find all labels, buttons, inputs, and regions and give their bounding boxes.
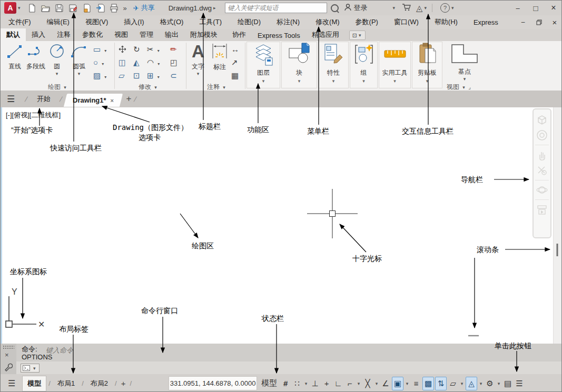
command-customize-wrench-icon[interactable] xyxy=(4,363,13,371)
menu-dimension[interactable]: 标注(N) xyxy=(269,17,308,27)
menu-modify[interactable]: 修改(M) xyxy=(308,17,348,27)
erase-icon[interactable]: ✏ xyxy=(170,45,177,53)
maximize-button[interactable]: □ xyxy=(527,1,545,15)
ribbon-tab-annotate[interactable]: 注释 xyxy=(51,28,76,41)
polyline-button[interactable]: 多段线 xyxy=(25,44,47,71)
menu-file[interactable]: 文件(F) xyxy=(1,17,39,27)
basepoint-button[interactable]: 基点 ▾ xyxy=(448,43,481,82)
print-icon[interactable] xyxy=(110,4,119,13)
doc-restore-icon[interactable] xyxy=(531,16,547,29)
cart-icon[interactable] xyxy=(402,3,411,13)
circle-caret-icon[interactable]: ▾ xyxy=(49,71,65,76)
menu-view[interactable]: 视图(V) xyxy=(77,17,116,27)
selection-caret-icon[interactable]: ▾ xyxy=(405,377,410,390)
circle-button[interactable]: 圆 ▾ xyxy=(47,44,66,76)
app-menu-caret-icon[interactable]: ▾ xyxy=(18,5,21,11)
doc-close-button[interactable]: × xyxy=(547,16,562,29)
search-icon[interactable] xyxy=(331,4,339,12)
layers-caret-icon[interactable]: ▾ xyxy=(247,78,280,84)
move-icon[interactable] xyxy=(119,45,126,54)
login-caret-icon[interactable]: ▾ xyxy=(393,5,396,11)
hatch-tool-icon[interactable]: ▨ ▾ xyxy=(93,72,108,79)
angle-toggle-icon[interactable]: ∠ xyxy=(380,377,391,390)
scrollbar-track[interactable] xyxy=(553,107,562,344)
doc-minimize-button[interactable]: – xyxy=(515,16,531,29)
new-file-icon[interactable] xyxy=(27,4,36,13)
model-tab[interactable]: 模型 xyxy=(22,376,46,391)
isodraft-toggle-icon[interactable]: ∟ xyxy=(333,377,343,390)
selection-cycling-icon[interactable]: ▣ xyxy=(392,377,403,390)
utilities-panel[interactable]: 实用工具 ▾ xyxy=(379,42,411,88)
drawing1-tab-close-icon[interactable]: × xyxy=(110,97,113,103)
annotation-scale-icon[interactable]: ⇅ xyxy=(435,377,447,390)
mirror-icon[interactable]: ◭ xyxy=(133,58,140,66)
command-input-row[interactable] xyxy=(1,361,562,374)
layers-panel[interactable]: 图层 ▾ xyxy=(247,42,280,88)
minimize-button[interactable]: – xyxy=(509,1,527,15)
menu-insert[interactable]: 插入(I) xyxy=(116,17,152,27)
dimension-button[interactable]: 标注 xyxy=(210,42,229,72)
ribbon-tab-insert[interactable]: 插入 xyxy=(26,28,51,41)
settings-caret-icon[interactable]: ▾ xyxy=(496,377,501,390)
ribbon-tab-parametric[interactable]: 参数化 xyxy=(76,28,109,41)
command-close-icon[interactable]: × xyxy=(5,351,9,359)
command-line-icon[interactable]: ▾ xyxy=(21,364,40,373)
linear-dim-icon[interactable]: ↔ xyxy=(231,45,239,53)
clipboard-caret-icon[interactable]: ▾ xyxy=(412,78,442,84)
otrack-caret-icon[interactable]: ▾ xyxy=(356,377,361,390)
view-panel-launcher-icon[interactable]: ⌟ xyxy=(468,84,471,90)
clipboard-panel[interactable]: 剪贴板 ▾ xyxy=(412,42,442,88)
menu-draw[interactable]: 绘图(D) xyxy=(230,17,269,27)
properties-panel[interactable]: 特性 ▾ xyxy=(318,42,349,88)
snap-toggle-icon[interactable]: ∷ xyxy=(292,377,302,390)
menu-help[interactable]: 帮助(H) xyxy=(427,17,466,27)
trim-icon[interactable]: ✂ ▾ xyxy=(147,45,161,53)
grid-toggle-icon[interactable]: # xyxy=(280,377,291,390)
rectangle-tool-icon[interactable]: ▭ ▾ xyxy=(93,45,108,53)
user-icon[interactable] xyxy=(344,3,352,13)
layout2-tab[interactable]: 布局2 xyxy=(86,376,113,391)
lineweight-toggle-icon[interactable]: ≡ xyxy=(411,377,421,390)
groups-panel[interactable]: 组 ▾ xyxy=(350,42,378,88)
fillet-icon[interactable]: ◠ ▾ xyxy=(147,58,161,66)
ribbon-tab-collaborate[interactable]: 协作 xyxy=(226,28,252,41)
ribbon-tab-manage[interactable]: 管理 xyxy=(134,28,159,41)
search-input[interactable]: 键入关键字或短语 xyxy=(225,3,327,13)
workspace-caret-icon[interactable]: ▾ xyxy=(478,377,484,390)
drawing1-tab[interactable]: Drawing1* × xyxy=(63,94,122,107)
scale-icon[interactable]: ⊡ xyxy=(133,72,140,79)
new-drawing-tab-button[interactable]: + xyxy=(126,94,132,104)
array-icon[interactable]: ⊞ ▾ xyxy=(147,72,161,79)
qat-more-icon[interactable]: » xyxy=(123,4,127,12)
ellipse-tool-icon[interactable]: ○ ▾ xyxy=(93,58,105,66)
autodesk-caret-icon[interactable]: ▾ xyxy=(424,5,427,11)
utilities-caret-icon[interactable]: ▾ xyxy=(379,78,410,84)
layout1-tab[interactable]: 布局1 xyxy=(53,376,80,391)
text-caret-icon[interactable]: ▾ xyxy=(191,71,205,76)
ribbon-tab-featured[interactable]: 精选应用 xyxy=(306,28,345,41)
start-tab[interactable]: 开始 xyxy=(31,91,57,107)
rotate-icon[interactable]: ↻ xyxy=(133,45,140,53)
menu-edit[interactable]: 编辑(E) xyxy=(39,17,77,27)
save-icon[interactable] xyxy=(55,4,64,13)
navigation-bar[interactable] xyxy=(533,108,551,238)
clean-screen-icon[interactable]: ☰ xyxy=(514,377,525,390)
block-panel[interactable]: 块 ▾ xyxy=(281,42,317,88)
line-button[interactable]: 直线 xyxy=(5,44,25,71)
osnap-caret-icon[interactable]: ▾ xyxy=(374,377,379,390)
copy-icon[interactable]: ◫ xyxy=(119,58,126,66)
block-caret-icon[interactable]: ▾ xyxy=(282,78,317,84)
login-button[interactable]: 登录 xyxy=(354,3,368,13)
ribbon-tab-output[interactable]: 输出 xyxy=(159,28,184,41)
save-as-icon[interactable] xyxy=(68,4,77,13)
ribbon-tab-addins[interactable]: 附加模块 xyxy=(184,28,223,41)
command-input[interactable]: 键入命令 xyxy=(46,346,73,355)
plot-icon[interactable] xyxy=(82,4,91,13)
new-layout-button[interactable]: + xyxy=(121,379,126,388)
model-space-toggle[interactable]: 模型 xyxy=(261,377,277,390)
file-tabs-menu-icon[interactable]: ☰ xyxy=(7,94,15,105)
menu-express[interactable]: Express xyxy=(466,18,506,26)
otrack-toggle-icon[interactable]: ⌐ xyxy=(344,377,355,390)
customization-icon[interactable]: ▤ xyxy=(502,377,513,390)
text-button[interactable]: A 文字 ▾ xyxy=(189,42,207,76)
